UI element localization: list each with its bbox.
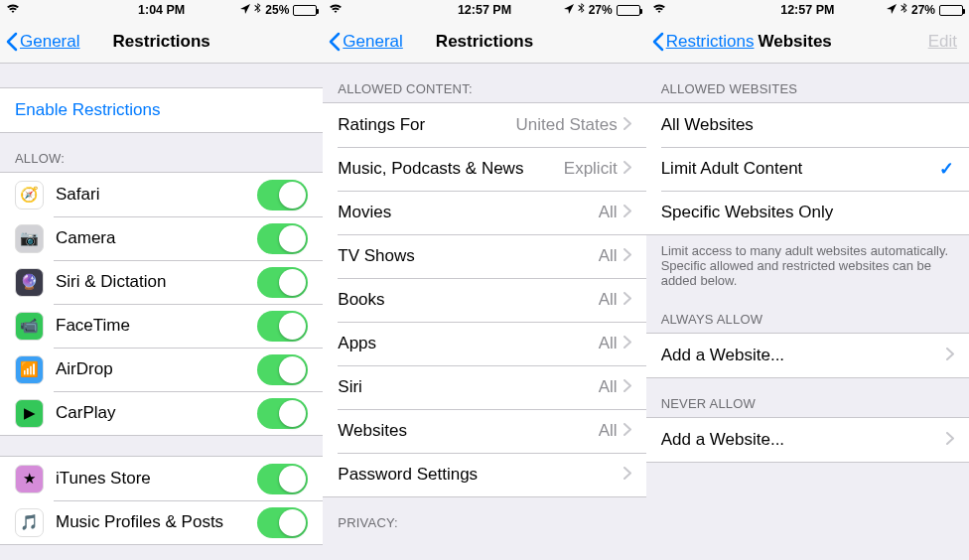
content-row[interactable]: WebsitesAll xyxy=(323,409,645,453)
screen-restrictions-main: 1:04 PM 25% General Restrictions Enable … xyxy=(0,0,323,560)
enable-group: Enable Restrictions xyxy=(0,87,323,133)
allowed-content-group: Ratings ForUnited StatesMusic, Podcasts … xyxy=(323,102,645,497)
edit-button[interactable]: Edit xyxy=(928,32,969,52)
allow-row-label: Camera xyxy=(56,228,257,248)
battery-icon xyxy=(939,5,963,16)
content-row-label: Ratings For xyxy=(338,115,515,135)
allowed-websites-group: All WebsitesLimit Adult Content✓Specific… xyxy=(646,102,969,235)
chevron-right-icon xyxy=(623,290,631,310)
back-button[interactable]: General xyxy=(323,32,402,52)
add-website-row[interactable]: Add a Website... xyxy=(646,418,969,462)
toggle-switch[interactable] xyxy=(257,507,308,538)
content-row[interactable]: MoviesAll xyxy=(323,191,645,234)
chevron-left-icon xyxy=(329,32,341,52)
content-row-label: Password Settings xyxy=(338,465,623,485)
app-icon: 📹 xyxy=(15,312,44,341)
add-website-row[interactable]: Add a Website... xyxy=(646,334,969,377)
content-row[interactable]: Ratings ForUnited States xyxy=(323,103,645,147)
status-time: 12:57 PM xyxy=(323,3,645,17)
content-row-label: Movies xyxy=(338,203,598,222)
allow-row: ▶︎CarPlay xyxy=(0,391,323,435)
allow-row-label: Safari xyxy=(56,185,257,205)
back-button[interactable]: General xyxy=(0,32,79,52)
content-area: ALLOWED WEBSITES All WebsitesLimit Adult… xyxy=(646,64,969,560)
allow-row: 📹FaceTime xyxy=(0,304,323,348)
battery-icon xyxy=(617,5,640,16)
screen-allowed-content: 12:57 PM 27% General Restrictions ALLOWE… xyxy=(323,0,645,560)
always-allow-header: ALWAYS ALLOW xyxy=(646,294,969,333)
website-option-label: All Websites xyxy=(661,115,954,135)
content-row[interactable]: AppsAll xyxy=(323,322,645,365)
nav-bar: General Restrictions xyxy=(323,20,645,64)
content-row[interactable]: SiriAll xyxy=(323,365,645,409)
allow-row-label: Music Profiles & Posts xyxy=(56,512,257,532)
app-icon: ★ xyxy=(15,465,44,493)
back-label: General xyxy=(343,32,402,52)
toggle-switch[interactable] xyxy=(257,398,308,429)
screen-websites: 12:57 PM 27% Restrictions Websites Edit … xyxy=(646,0,969,560)
nav-bar: General Restrictions xyxy=(0,20,323,64)
website-option-label: Specific Websites Only xyxy=(661,203,954,222)
allow-row: ★iTunes Store xyxy=(0,457,323,500)
content-row-value: All xyxy=(599,246,618,266)
allow-row-label: iTunes Store xyxy=(56,469,257,489)
back-label: Restrictions xyxy=(666,32,755,52)
app-icon: 🔮 xyxy=(15,268,44,297)
toggle-switch[interactable] xyxy=(257,267,308,298)
allow-row-label: AirDrop xyxy=(56,359,257,379)
content-row-label: TV Shows xyxy=(338,246,598,266)
website-option-row[interactable]: Specific Websites Only xyxy=(646,191,969,234)
content-row-value: All xyxy=(599,421,618,441)
content-row[interactable]: BooksAll xyxy=(323,278,645,322)
enable-restrictions-row[interactable]: Enable Restrictions xyxy=(0,88,323,132)
content-row-value: All xyxy=(599,334,618,353)
toggle-switch[interactable] xyxy=(257,464,308,494)
toggle-switch[interactable] xyxy=(257,223,308,254)
never-allow-header: NEVER ALLOW xyxy=(646,378,969,417)
back-button[interactable]: Restrictions xyxy=(646,32,755,52)
toggle-switch[interactable] xyxy=(257,354,308,385)
content-row[interactable]: TV ShowsAll xyxy=(323,234,645,278)
allow-group: 🧭Safari📷Camera🔮Siri & Dictation📹FaceTime… xyxy=(0,172,323,436)
content-row-label: Websites xyxy=(338,421,598,441)
content-row-value: All xyxy=(599,290,618,310)
chevron-right-icon xyxy=(623,421,631,441)
content-row-label: Siri xyxy=(338,377,598,397)
chevron-left-icon xyxy=(652,32,664,52)
chevron-left-icon xyxy=(6,32,18,52)
allowed-websites-header: ALLOWED WEBSITES xyxy=(646,64,969,102)
chevron-right-icon xyxy=(946,346,954,365)
chevron-right-icon xyxy=(946,430,954,450)
allow-group-2: ★iTunes Store🎵Music Profiles & Posts xyxy=(0,456,323,545)
content-row[interactable]: Music, Podcasts & NewsExplicit xyxy=(323,147,645,191)
website-option-row[interactable]: Limit Adult Content✓ xyxy=(646,147,969,191)
website-option-row[interactable]: All Websites xyxy=(646,103,969,147)
checkmark-icon: ✓ xyxy=(939,158,954,180)
allow-row: 🧭Safari xyxy=(0,173,323,216)
content-row-label: Apps xyxy=(338,334,598,353)
content-row[interactable]: Password Settings xyxy=(323,453,645,496)
toggle-switch[interactable] xyxy=(257,180,308,210)
status-time: 12:57 PM xyxy=(646,3,969,17)
toggle-switch[interactable] xyxy=(257,311,308,342)
content-row-value: All xyxy=(599,203,618,222)
privacy-header: PRIVACY: xyxy=(323,497,645,536)
add-website-label: Add a Website... xyxy=(661,346,946,365)
allow-row: 🔮Siri & Dictation xyxy=(0,260,323,304)
never-allow-group: Add a Website... xyxy=(646,417,969,463)
allow-row: 🎵Music Profiles & Posts xyxy=(0,500,323,544)
chevron-right-icon xyxy=(623,203,631,222)
app-icon: 📶 xyxy=(15,355,44,384)
content-area: Enable Restrictions ALLOW: 🧭Safari📷Camer… xyxy=(0,64,323,560)
nav-title: Websites xyxy=(754,32,831,52)
allow-row-label: Siri & Dictation xyxy=(56,272,257,292)
chevron-right-icon xyxy=(623,246,631,266)
website-option-label: Limit Adult Content xyxy=(661,159,939,179)
content-row-value: Explicit xyxy=(564,159,618,179)
content-row-label: Books xyxy=(338,290,598,310)
allow-header: ALLOW: xyxy=(0,133,323,172)
status-bar: 12:57 PM 27% xyxy=(646,0,969,20)
enable-restrictions-label: Enable Restrictions xyxy=(15,100,308,120)
chevron-right-icon xyxy=(623,377,631,397)
app-icon: 🎵 xyxy=(15,508,44,537)
